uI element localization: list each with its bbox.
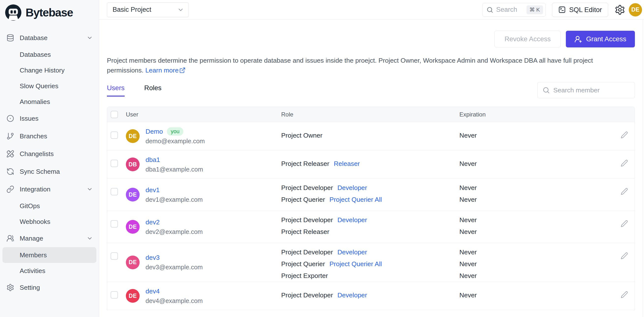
sidebar-item-slow-queries[interactable]: Slow Queries <box>2 78 96 94</box>
expiration-value: Never <box>460 246 597 258</box>
revoke-access-button[interactable]: Revoke Access <box>494 31 561 48</box>
role-name: Project Developer <box>281 184 333 192</box>
edit-member-icon[interactable] <box>621 220 628 227</box>
sidebar-item-sync-schema[interactable]: Sync Schema <box>2 163 96 180</box>
brand-logo[interactable]: Bytebase <box>0 0 99 22</box>
expiration-value: Never <box>460 226 597 238</box>
sidebar-item-label: Change History <box>20 66 93 74</box>
search-icon <box>542 86 550 94</box>
sidebar-item-label: Activities <box>20 267 93 275</box>
member-avatar: DE <box>126 129 140 143</box>
member-email: dev1@example.com <box>146 195 203 204</box>
branch-icon <box>6 132 14 140</box>
gear-icon <box>6 284 14 292</box>
row-checkbox[interactable] <box>110 160 118 167</box>
roles-cell: Project Owner <box>281 122 460 150</box>
global-search[interactable]: ⌘ K <box>482 3 546 17</box>
row-checkbox[interactable] <box>110 220 118 228</box>
topbar-right-group: ⌘ K SQL Editor DE <box>482 3 642 17</box>
row-checkbox[interactable] <box>110 291 118 298</box>
row-checkbox[interactable] <box>110 132 118 139</box>
edit-member-icon[interactable] <box>621 131 628 138</box>
learn-more-link[interactable]: Learn more <box>145 65 186 75</box>
user-info: dev1dev1@example.com <box>146 185 203 204</box>
circle-dot-icon <box>6 114 14 122</box>
role-name: Project Developer <box>281 216 333 224</box>
expiration-value: Never <box>460 258 597 270</box>
role-link[interactable]: Project Querier All <box>329 260 382 268</box>
member-name-link[interactable]: dev3 <box>146 254 160 262</box>
sidebar-item-issues[interactable]: Issues <box>2 110 96 127</box>
members-table: User Role Expiration DEDemoyoudemo@examp… <box>107 107 635 310</box>
role-link[interactable]: Developer <box>338 216 367 224</box>
grant-access-button[interactable]: Grant Access <box>566 31 635 48</box>
sidebar-item-anomalies[interactable]: Anomalies <box>2 94 96 110</box>
member-name-link[interactable]: dba1 <box>146 156 160 164</box>
edit-member-icon[interactable] <box>621 252 628 260</box>
sidebar-item-databases[interactable]: Databases <box>2 47 96 62</box>
settings-gear-icon[interactable] <box>614 4 625 15</box>
sidebar-item-database[interactable]: Database <box>2 29 96 47</box>
user-plus-icon <box>574 36 582 43</box>
expiration-value: Never <box>460 130 597 141</box>
role-name: Project Owner <box>281 132 322 139</box>
sidebar-item-change-history[interactable]: Change History <box>2 62 96 78</box>
role-link[interactable]: Developer <box>338 292 367 299</box>
member-avatar: DE <box>126 289 140 303</box>
role-link[interactable]: Developer <box>338 184 367 192</box>
sidebar-item-label: Branches <box>20 132 93 140</box>
member-name-link[interactable]: Demo <box>146 128 163 136</box>
sidebar-item-webhooks[interactable]: Webhooks <box>2 214 96 230</box>
sidebar-item-members[interactable]: Members <box>2 247 96 263</box>
table-body: DEDemoyoudemo@example.comProject OwnerNe… <box>107 122 635 310</box>
expiration-cell: Never <box>460 150 597 178</box>
column-header-role: Role <box>281 111 460 118</box>
member-name-link[interactable]: dev4 <box>146 288 160 295</box>
sidebar-item-changelists[interactable]: Changelists <box>2 145 96 163</box>
search-shortcut-kbd: ⌘ K <box>526 6 543 14</box>
select-all-checkbox[interactable] <box>110 111 118 118</box>
sidebar-item-gitops[interactable]: GitOps <box>2 198 96 214</box>
sidebar-item-branches[interactable]: Branches <box>2 127 96 145</box>
sidebar-item-activities[interactable]: Activities <box>2 263 96 279</box>
sidebar-item-label: Databases <box>20 51 93 58</box>
sync-icon <box>6 168 14 176</box>
row-checkbox[interactable] <box>110 188 118 195</box>
column-header-user: User <box>126 111 281 118</box>
tab-roles[interactable]: Roles <box>144 84 162 96</box>
user-info: Demoyoudemo@example.com <box>146 126 205 146</box>
member-row-dev1: DEdev1dev1@example.comProject DeveloperD… <box>107 179 635 211</box>
user-cell: DEdev1dev1@example.com <box>126 179 281 210</box>
sidebar-item-integration[interactable]: Integration <box>2 180 96 198</box>
member-name-link[interactable]: dev2 <box>146 218 160 226</box>
member-row-dev4: DEdev4dev4@example.comProject DeveloperD… <box>107 282 635 310</box>
tab-users[interactable]: Users <box>107 84 124 96</box>
row-checkbox[interactable] <box>110 252 118 260</box>
member-search[interactable] <box>537 82 635 98</box>
role-link[interactable]: Project Querier All <box>329 196 382 204</box>
expiration-value: Never <box>460 158 597 170</box>
sidebar-item-setting[interactable]: Setting <box>2 279 96 296</box>
sidebar-item-manage[interactable]: Manage <box>2 230 96 247</box>
user-avatar[interactable]: DE <box>629 3 642 16</box>
edit-member-icon[interactable] <box>621 188 628 195</box>
member-name-link[interactable]: dev1 <box>146 186 160 194</box>
sql-editor-label: SQL Editor <box>569 6 602 14</box>
database-icon <box>6 34 14 42</box>
member-search-input[interactable] <box>553 86 630 94</box>
role-link[interactable]: Releaser <box>334 160 360 168</box>
edit-member-icon[interactable] <box>621 291 628 298</box>
column-header-expiration: Expiration <box>460 111 597 118</box>
role-name: Project Developer <box>281 248 333 256</box>
edit-member-icon[interactable] <box>621 160 628 167</box>
sidebar-item-label: Anomalies <box>20 98 93 106</box>
global-search-input[interactable] <box>496 6 524 14</box>
sql-editor-button[interactable]: SQL Editor <box>552 3 608 17</box>
external-link-icon <box>179 67 186 74</box>
project-selector[interactable]: Basic Project <box>107 2 189 17</box>
sidebar: Bytebase DatabaseDatabasesChange History… <box>0 0 99 317</box>
role-name: Project Releaser <box>281 228 329 236</box>
tabs-row: Users Roles <box>107 82 635 98</box>
role-link[interactable]: Developer <box>338 248 367 256</box>
main-area: Basic Project ⌘ K SQL Editor <box>99 0 644 317</box>
